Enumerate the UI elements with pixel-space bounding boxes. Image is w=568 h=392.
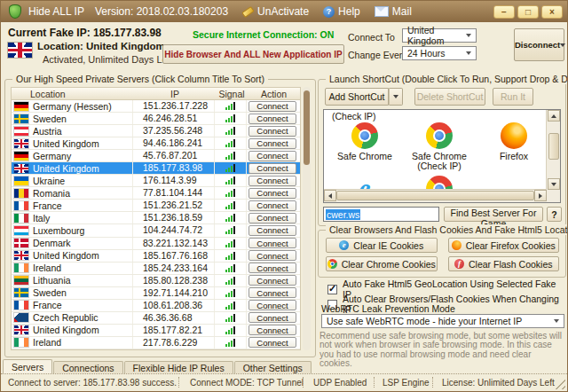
shortcut-label: Firefox xyxy=(477,152,547,161)
game-domain-value: cwer.ws xyxy=(326,209,360,220)
server-country-label: Germany (Hessen) xyxy=(33,101,112,112)
connect-button[interactable]: Connect xyxy=(248,250,296,261)
server-row[interactable]: United Kingdom185.167.76.168Connect xyxy=(12,250,300,263)
shortcut-item[interactable]: Safe Chrome xyxy=(327,122,402,161)
shortcut-item[interactable]: e xyxy=(327,176,402,190)
server-row[interactable]: Lithuania185.80.128.238Connect xyxy=(12,275,300,287)
server-row[interactable]: Germany (Hessen)151.236.17.228Connect xyxy=(12,100,300,113)
hide-browser-button[interactable]: Hide Browser And ALL New Application IP xyxy=(162,44,344,64)
connect-button[interactable]: Connect xyxy=(248,163,296,174)
delete-shortcut-button[interactable]: Delete ShortCut xyxy=(414,88,485,106)
column-header-ip[interactable]: IP xyxy=(134,89,216,99)
cookie-button-label: Clear IE Cookies xyxy=(353,240,423,251)
clear-chrome-cookies-button[interactable]: Clear Chrome Cookies xyxy=(326,256,438,271)
shortcut-list-content: (Check IP) Safe ChromeSafe Chrome(Check … xyxy=(324,110,547,190)
shortcut-list[interactable]: (Check IP) Safe ChromeSafe Chrome(Check … xyxy=(323,109,561,203)
minimize-button[interactable]: − xyxy=(493,5,515,19)
close-button[interactable]: × xyxy=(541,5,563,19)
connect-button[interactable]: Connect xyxy=(248,151,296,161)
menu-item-unactivate[interactable]: UnActivate xyxy=(242,5,309,18)
menu-item-help[interactable]: ?Help xyxy=(323,5,360,18)
scroll-up-button[interactable] xyxy=(548,110,560,122)
scrollbar-thumb[interactable] xyxy=(548,133,559,160)
connect-button[interactable]: Connect xyxy=(248,213,296,223)
shortcut-item[interactable]: Firefox xyxy=(477,122,547,161)
disconnect-button[interactable]: Disconnect xyxy=(514,28,564,61)
column-header-signal[interactable]: Signal xyxy=(216,89,248,99)
server-row[interactable]: Germany45.76.87.201Connect xyxy=(12,150,300,162)
column-header-action[interactable]: Action xyxy=(248,89,300,99)
add-shortcut-button[interactable]: Add ShortCut xyxy=(325,88,389,106)
connect-button[interactable]: Connect xyxy=(248,287,296,298)
disconnect-dropdown-arrow[interactable] xyxy=(560,43,565,47)
column-header-location[interactable]: Location xyxy=(12,89,134,99)
server-row[interactable]: Sweden192.71.144.210Connect xyxy=(12,287,300,300)
scrollbar-thumb[interactable] xyxy=(304,90,310,165)
server-row[interactable]: Austria37.235.56.248Connect xyxy=(12,125,300,137)
server-row[interactable]: Ireland185.24.233.164Connect xyxy=(12,263,300,275)
shortcut-item[interactable]: Safe Chrome(Check IP) xyxy=(402,122,477,171)
server-row[interactable]: Ukraine176.114.3.99Connect xyxy=(12,175,300,187)
server-row[interactable]: Denmark83.221.132.143Connect xyxy=(12,238,300,250)
scrollbar-thumb[interactable] xyxy=(336,191,534,200)
scroll-down-button[interactable] xyxy=(548,178,560,190)
change-every-select[interactable]: 24 Hours xyxy=(402,46,477,60)
find-best-server-button[interactable]: Find Best Server For Game xyxy=(444,207,543,222)
server-row[interactable]: United Kingdom94.46.186.241Connect xyxy=(12,137,300,150)
connect-button[interactable]: Connect xyxy=(248,126,296,137)
shortcut-item[interactable] xyxy=(402,176,477,190)
resize-grip-icon[interactable] xyxy=(555,379,565,389)
server-country-label: Ukraine xyxy=(33,176,65,186)
server-row[interactable]: Sweden46.246.28.51Connect xyxy=(12,113,300,125)
clear-flash-cookies-button[interactable]: fClear Flash Cookies xyxy=(448,256,560,271)
server-row[interactable]: France108.61.208.36Connect xyxy=(12,300,300,312)
add-shortcut-dropdown-arrow[interactable] xyxy=(389,88,403,106)
fake-geolocation-checkbox[interactable] xyxy=(327,285,337,294)
server-table-scrollbar[interactable] xyxy=(303,87,311,350)
shortcut-vertical-scrollbar[interactable] xyxy=(546,110,560,190)
signal-strength-icon xyxy=(225,152,235,160)
connect-button[interactable]: Connect xyxy=(248,225,296,236)
menu-item-mail[interactable]: Mail xyxy=(375,5,412,18)
connect-button[interactable]: Connect xyxy=(248,200,296,211)
game-domain-input[interactable]: cwer.ws xyxy=(323,207,439,222)
server-row[interactable]: Czech Republic46.36.36.68Connect xyxy=(12,312,300,325)
dk-flag-icon xyxy=(14,239,28,247)
scroll-right-button[interactable] xyxy=(534,190,547,201)
connect-button[interactable]: Connect xyxy=(248,138,296,149)
connect-button[interactable]: Connect xyxy=(248,188,296,199)
connect-button[interactable]: Connect xyxy=(248,337,296,348)
scroll-left-button[interactable] xyxy=(324,190,336,201)
connect-button[interactable]: Connect xyxy=(248,114,296,124)
connect-button[interactable]: Connect xyxy=(248,263,296,273)
signal-strength-icon xyxy=(225,326,235,334)
server-row[interactable]: France151.236.21.52Connect xyxy=(12,200,300,212)
connect-button[interactable]: Connect xyxy=(248,312,296,323)
server-row[interactable]: Luxembourg104.244.74.72Connect xyxy=(12,224,300,237)
run-shortcut-button[interactable]: Run It xyxy=(493,88,533,106)
shortcut-horizontal-scrollbar[interactable] xyxy=(324,189,547,202)
server-signal-cell xyxy=(215,200,247,211)
server-row[interactable]: Romania77.81.104.144Connect xyxy=(12,187,300,200)
clear-firefox-cookies-button[interactable]: Clear Firefox Cookies xyxy=(448,238,560,253)
connect-button[interactable]: Connect xyxy=(248,101,296,112)
secure-connection-status: Secure Internet Connection: ON xyxy=(193,29,334,40)
maximize-button[interactable]: □ xyxy=(517,5,539,19)
ie-icon: e xyxy=(351,176,378,190)
server-row[interactable]: United Kingdom185.177.82.21Connect xyxy=(12,325,300,337)
webrtc-mode-select[interactable]: Use safe WebRTC mode - hide your Interne… xyxy=(321,314,564,328)
server-signal-cell xyxy=(215,287,247,299)
server-row[interactable]: Italy151.236.18.59Connect xyxy=(12,212,300,224)
connect-to-select[interactable]: United Kingdom xyxy=(402,28,477,43)
connect-button[interactable]: Connect xyxy=(248,238,296,248)
server-country-label: Denmark xyxy=(33,238,71,248)
server-row[interactable]: United Kingdom185.177.83.98Connect xyxy=(12,162,300,175)
connect-button[interactable]: Connect xyxy=(248,275,296,286)
connect-button[interactable]: Connect xyxy=(248,176,296,186)
clear-ie-cookies-button[interactable]: eClear IE Cookies xyxy=(326,238,438,253)
find-server-help-button[interactable]: ? xyxy=(547,207,562,222)
connect-button[interactable]: Connect xyxy=(248,325,296,335)
app-title: Hide ALL IP xyxy=(28,5,84,18)
connect-button[interactable]: Connect xyxy=(248,300,296,310)
server-row[interactable]: Ireland217.78.6.229Connect xyxy=(12,337,300,349)
